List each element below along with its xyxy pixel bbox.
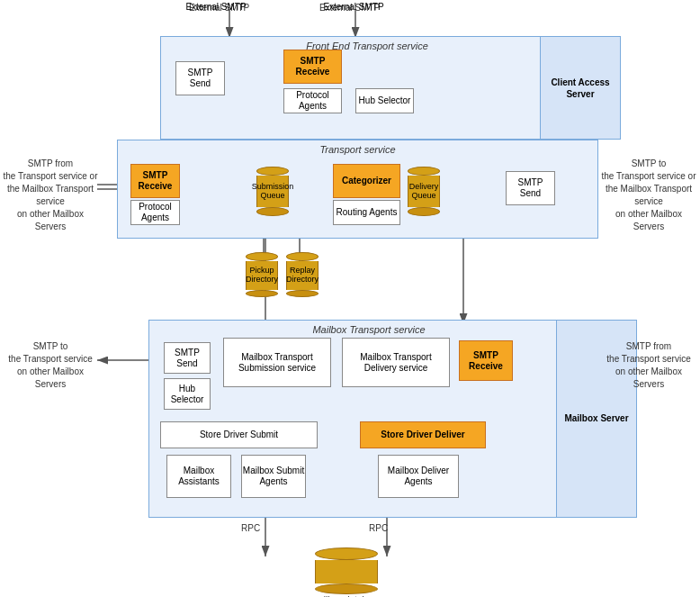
smtp-receive-mailbox-box: SMTP Receive — [459, 340, 513, 381]
diagram: External SMTP External SMTP Front End Tr… — [0, 0, 700, 597]
smtp-to-left-label: SMTP tothe Transport serviceon other Mai… — [2, 340, 99, 391]
ext-smtp-left: External SMTP — [184, 2, 247, 12]
mailbox-transport-delivery-box: Mailbox Transport Delivery service — [342, 338, 450, 387]
smtp-from-left-label: SMTP fromthe Transport service orthe Mai… — [2, 158, 99, 233]
hub-selector-frontend-box: Hub Selector — [355, 88, 414, 113]
smtp-receive-transport-box: SMTP Receive — [130, 164, 180, 198]
mailbox-transport-label: Mailbox Transport service — [312, 324, 425, 335]
delivery-cylinder-bottom — [408, 207, 440, 216]
smtp-from-right-label: SMTP fromthe Transport serviceon other M… — [599, 340, 698, 391]
replay-bottom — [286, 290, 319, 297]
mailbox-deliver-agents-box: Mailbox Deliver Agents — [378, 455, 459, 498]
mailbox-submit-agents-box: Mailbox Submit Agents — [241, 455, 306, 498]
cylinder-bottom — [256, 207, 289, 216]
hub-selector-mailbox-box: Hub Selector — [164, 378, 211, 410]
categorizer-box: Categorizer — [333, 164, 400, 198]
cylinder-body: Submission Queue — [256, 176, 289, 207]
submission-queue-cylinder: Submission Queue — [254, 167, 292, 216]
smtp-send-mailbox-box: SMTP Send — [164, 342, 211, 374]
transport-label: Transport service — [319, 144, 395, 155]
replay-directory-cylinder: Replay Directory — [283, 252, 321, 297]
pickup-body: Pickup Directory — [246, 261, 278, 290]
rpc-left-label: RPC — [241, 522, 260, 534]
smtp-receive-frontend-box: SMTP Receive — [283, 50, 342, 84]
smtp-send-frontend-box: SMTP Send — [175, 61, 225, 95]
protocol-agents-frontend-box: Protocol Agents — [283, 88, 342, 113]
delivery-cylinder-body: Delivery Queue — [408, 176, 440, 207]
mailbox-database-cylinder — [310, 547, 382, 594]
delivery-queue-cylinder: Delivery Queue — [405, 167, 443, 216]
pickup-bottom — [246, 290, 278, 297]
smtp-to-right-label: SMTP tothe Transport service orthe Mailb… — [599, 158, 698, 233]
store-driver-submit-box: Store Driver Submit — [160, 421, 318, 448]
pickup-top — [246, 252, 278, 261]
protocol-agents-transport-box: Protocol Agents — [130, 200, 180, 225]
replay-top — [286, 252, 319, 261]
db-top — [315, 547, 378, 560]
mailbox-assistants-box: Mailbox Assistants — [166, 455, 231, 498]
routing-agents-box: Routing Agents — [333, 200, 400, 225]
db-body — [315, 560, 378, 583]
smtp-send-transport-box: SMTP Send — [506, 171, 555, 205]
delivery-cylinder-top — [408, 167, 440, 176]
store-driver-deliver-box: Store Driver Deliver — [360, 421, 486, 448]
mailbox-transport-submission-box: Mailbox Transport Submission service — [223, 338, 331, 387]
ext-smtp-right: External SMTP — [322, 2, 385, 12]
replay-body: Replay Directory — [286, 261, 319, 290]
rpc-right-label: RPC — [369, 522, 388, 534]
pickup-directory-cylinder: Pickup Directory — [243, 252, 281, 297]
cylinder-top — [256, 167, 289, 176]
db-bottom — [315, 583, 378, 594]
client-access-server-box: Client Access Server — [540, 36, 621, 140]
